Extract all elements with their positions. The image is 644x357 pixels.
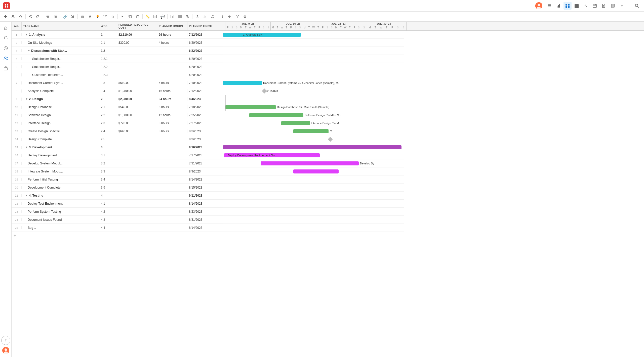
- redo-btn[interactable]: [34, 13, 42, 20]
- add-view-icon[interactable]: +: [618, 2, 626, 10]
- table-view-icon[interactable]: [573, 2, 581, 10]
- task-row[interactable]: 3▼Discussions with Stak...1.26/22/2023: [12, 47, 223, 55]
- task-name-cell[interactable]: Deploy Test Environment: [22, 202, 99, 205]
- document-view-icon[interactable]: [600, 2, 608, 10]
- undo-btn[interactable]: [27, 13, 34, 20]
- task-name-cell[interactable]: Document Current Syst...: [22, 81, 99, 85]
- add-row-btn[interactable]: +: [12, 232, 223, 239]
- export-btn[interactable]: [194, 13, 201, 20]
- col-finish[interactable]: PLANNED FINISH...: [187, 22, 223, 30]
- task-row[interactable]: 16Deploy Development E...3.17/17/2023: [12, 151, 223, 159]
- task-row[interactable]: 15▼3. Development38/16/2023: [12, 143, 223, 151]
- col-wbs[interactable]: WBS: [99, 22, 117, 30]
- sidebar-help[interactable]: ?: [1, 336, 10, 345]
- task-row[interactable]: 2On-Site Meetings1.1$320.004 hours6/20/2…: [12, 39, 223, 47]
- task-row[interactable]: 4Stakeholder Requir...1.2.16/20/2023: [12, 55, 223, 63]
- task-row[interactable]: 24Document Issues Found4.38/31/2023: [12, 216, 223, 224]
- sidebar-notify[interactable]: [1, 34, 10, 43]
- task-name-cell[interactable]: Interface Design: [22, 121, 99, 125]
- filter-btn[interactable]: [234, 13, 241, 20]
- task-row[interactable]: 25Bug 14.48/14/2023: [12, 224, 223, 232]
- print-btn[interactable]: 🖨: [209, 13, 216, 20]
- table-btn[interactable]: [169, 13, 176, 20]
- task-name-cell[interactable]: Design Complete: [22, 138, 99, 141]
- task-name-cell[interactable]: On-Site Meetings: [22, 41, 99, 44]
- collapse-icon[interactable]: ▼: [25, 98, 28, 100]
- col-cost[interactable]: PLANNED RESOURCE COST: [117, 22, 157, 30]
- user-avatar[interactable]: [535, 2, 542, 9]
- task-name-cell[interactable]: Design Database: [22, 105, 99, 109]
- col-all[interactable]: ALL: [12, 22, 22, 30]
- import-btn[interactable]: [201, 13, 208, 20]
- collapse-icon[interactable]: ▼: [25, 33, 28, 36]
- unlink-btn[interactable]: [69, 13, 76, 20]
- text-format-btn[interactable]: A: [87, 13, 94, 20]
- hamburger-icon[interactable]: ☰: [545, 2, 553, 10]
- grid-btn[interactable]: [176, 13, 183, 20]
- task-row[interactable]: 21▼4. Testing49/11/2023: [12, 192, 223, 200]
- task-name-cell[interactable]: Analysis Complete: [22, 89, 99, 93]
- task-name-cell[interactable]: Perform Initial Testing: [22, 178, 99, 181]
- comment-btn[interactable]: 💬: [159, 13, 166, 20]
- task-row[interactable]: 10Design Database2.1$540.006 hours7/18/2…: [12, 103, 223, 111]
- calendar-view-icon[interactable]: [591, 2, 599, 10]
- task-row[interactable]: 11Software Design2.2$1,080.0012 hours7/2…: [12, 111, 223, 119]
- chart-bar-icon[interactable]: [554, 2, 562, 10]
- link-btn[interactable]: 🔗: [62, 13, 69, 20]
- zoom-btn[interactable]: [184, 13, 191, 20]
- sidebar-home[interactable]: [1, 24, 10, 33]
- col-task-name[interactable]: TASK NAME: [22, 22, 99, 30]
- task-name-cell[interactable]: Customer Requirem...: [22, 73, 99, 77]
- sidebar-people[interactable]: [1, 54, 10, 63]
- notes-btn[interactable]: [151, 13, 158, 20]
- add-person-btn[interactable]: [10, 13, 17, 20]
- sidebar-user[interactable]: [1, 346, 10, 355]
- gantt-view-icon[interactable]: ∿: [582, 2, 590, 10]
- repeat-btn[interactable]: [17, 13, 24, 20]
- delete-btn[interactable]: 🗑: [79, 13, 86, 20]
- task-name-cell[interactable]: Development Complete: [22, 186, 99, 189]
- task-name-cell[interactable]: Perform System Testing: [22, 210, 99, 213]
- task-row[interactable]: 9▼2. Design2$2,980.0034 hours8/4/2023: [12, 95, 223, 103]
- search-icon[interactable]: [633, 2, 641, 10]
- add-task-btn[interactable]: [2, 13, 9, 20]
- task-name-cell[interactable]: ▼2. Design: [22, 97, 99, 101]
- collapse-icon[interactable]: ▼: [28, 49, 30, 52]
- settings-btn[interactable]: ⚙: [241, 13, 248, 20]
- task-name-cell[interactable]: ▼4. Testing: [22, 194, 99, 197]
- task-row[interactable]: 5Stakeholder Requir...1.2.26/20/2023: [12, 63, 223, 71]
- number-btn[interactable]: 123: [102, 13, 109, 20]
- col-hours[interactable]: PLANNED HOURS: [157, 22, 187, 30]
- task-name-cell[interactable]: Integrate System Modu...: [22, 170, 99, 173]
- indent-btn[interactable]: [52, 13, 59, 20]
- task-name-cell[interactable]: Bug 1: [22, 226, 99, 230]
- task-row[interactable]: 23Perform System Testing4.28/23/2023: [12, 208, 223, 216]
- task-name-cell[interactable]: Create Design Specific...: [22, 129, 99, 133]
- paste-btn[interactable]: [134, 13, 141, 20]
- task-row[interactable]: 18Integrate System Modu...3.38/9/2023: [12, 167, 223, 175]
- task-name-cell[interactable]: Stakeholder Requir...: [22, 57, 99, 61]
- task-name-cell[interactable]: ▼1. Analysis: [22, 33, 99, 36]
- task-row[interactable]: 14Design Complete2.58/3/2023: [12, 135, 223, 143]
- sidebar-recent[interactable]: [1, 44, 10, 53]
- gantt-body[interactable]: 1. Analysis 52%Document Current Systems …: [223, 31, 644, 357]
- task-row[interactable]: 20Development Complete3.58/15/2023: [12, 184, 223, 192]
- task-row[interactable]: 8Analysis Complete1.4$1,280.0016 hours7/…: [12, 87, 223, 95]
- task-name-cell[interactable]: ▼Discussions with Stak...: [22, 49, 99, 53]
- copy-btn[interactable]: [127, 13, 134, 20]
- task-row[interactable]: 6Customer Requirem...1.2.36/20/2023: [12, 71, 223, 79]
- task-row[interactable]: 12Interface Design2.3$720.008 hours7/27/…: [12, 119, 223, 127]
- collapse-icon[interactable]: ▼: [25, 194, 28, 197]
- timeline-view-icon[interactable]: [609, 2, 617, 10]
- outdent-btn[interactable]: [44, 13, 51, 20]
- task-name-cell[interactable]: Software Design: [22, 113, 99, 117]
- task-name-cell[interactable]: Develop System Modul...: [22, 162, 99, 165]
- sidebar-briefcase[interactable]: [1, 64, 10, 73]
- grid-view-icon[interactable]: [564, 2, 572, 10]
- task-row[interactable]: 13Create Design Specific...2.4$640.008 h…: [12, 127, 223, 135]
- task-name-cell[interactable]: Deploy Development E...: [22, 154, 99, 157]
- info-btn[interactable]: ℹ: [219, 13, 226, 20]
- task-row[interactable]: 22Deploy Test Environment4.18/14/2023: [12, 200, 223, 208]
- task-row[interactable]: 17Develop System Modul...3.27/31/2023: [12, 159, 223, 167]
- collapse-icon[interactable]: ▼: [25, 146, 28, 149]
